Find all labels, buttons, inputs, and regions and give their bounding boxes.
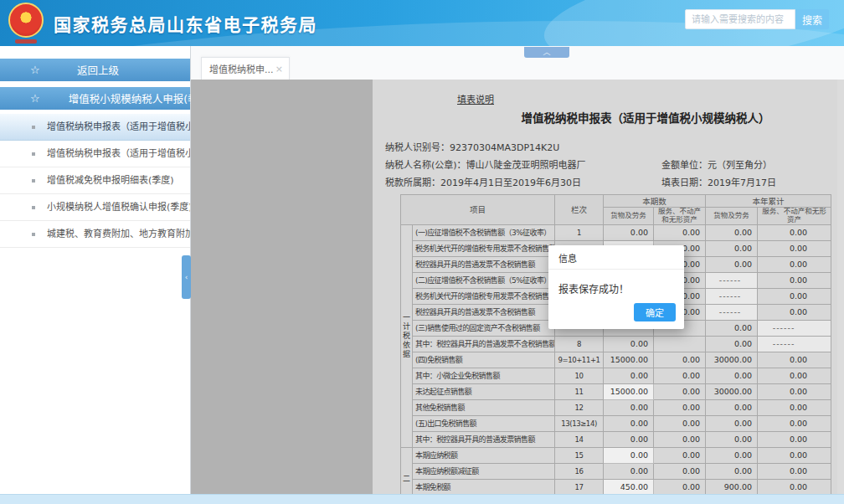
value-cell: 0.00 xyxy=(706,256,758,272)
section-label: 二 xyxy=(401,447,413,494)
bullet-icon xyxy=(32,233,35,236)
value-cell[interactable]: 450.00 xyxy=(604,479,654,494)
form-title: 增值税纳税申报表（适用于增值税小规模纳税人） xyxy=(385,109,831,126)
value-cell: 0.00 xyxy=(758,272,831,288)
item-label: (二)应征增值税不含税销售额（5%征收率） xyxy=(413,272,555,288)
content-canvas: 填表说明 增值税纳税申报表（适用于增值税小规模纳税人） 纳税人识别号：92370… xyxy=(191,80,844,494)
value-cell: 0.00 xyxy=(758,431,831,447)
sidebar-item[interactable]: 小规模纳税人增值税确认申报(季度) xyxy=(0,194,190,221)
item-label: 税务机关代开的增值税专用发票不含税销售额 xyxy=(413,240,555,256)
value-cell: 0.00 xyxy=(604,463,654,479)
value-cell: 0.00 xyxy=(758,368,831,383)
item-label: (一)应征增值税不含税销售额（3%征收率） xyxy=(413,224,555,240)
bullet-icon xyxy=(32,206,35,209)
taxpayer-name-label: 纳税人名称(公章)： xyxy=(385,160,466,171)
table-row: 其他免税销售额120.000.000.000.00 xyxy=(401,399,831,415)
column-number: 14 xyxy=(555,431,604,447)
value-cell: 0.00 xyxy=(758,288,831,304)
tax-period-label: 税款所属期： xyxy=(385,177,440,188)
value-cell: 0.00 xyxy=(758,256,831,272)
vertical-scrollbar[interactable] xyxy=(837,80,844,494)
tab-vat-declaration[interactable]: 增值税纳税申... × xyxy=(201,57,290,80)
value-cell[interactable]: 15000.00 xyxy=(604,383,654,399)
col-header-services: 服务、不动产和无形资产 xyxy=(654,208,706,225)
ok-button[interactable]: 确定 xyxy=(634,303,676,321)
value-cell: 0.00 xyxy=(604,399,654,415)
vat-declaration-table: 项目 栏次 本期数 本年累计 货物及劳务 服务、不动产和无形资产 货物及劳务 服… xyxy=(400,194,831,494)
item-label: 税控器具开具的普通发票不含税销售额 xyxy=(413,304,555,320)
sidebar-item[interactable]: 城建税、教育费附加、地方教育附加税(... xyxy=(0,221,190,248)
sidebar-menu: 增值税纳税申报表（适用于增值税小规模...增值税纳税申报表（适用于增值税小规模.… xyxy=(0,114,190,248)
sidebar-item-back[interactable]: ☆ 返回上级 xyxy=(0,59,190,81)
value-cell: 0.00 xyxy=(654,447,706,463)
item-label: (三)销售使用过的固定资产不含税销售额 xyxy=(413,320,555,336)
value-cell: 0.00 xyxy=(758,224,831,240)
col-header-current-period: 本期数 xyxy=(604,195,706,208)
taxpayer-id-value: 92370304MA3DP14K2U xyxy=(450,142,559,153)
value-cell: 0.00 xyxy=(706,224,758,240)
tax-bureau-emblem-logo xyxy=(8,3,44,38)
sidebar-item[interactable]: 增值税纳税申报表（适用于增值税小规模... xyxy=(0,114,190,141)
tab-bar: 增值税纳税申... × xyxy=(191,46,844,80)
table-row: (五)出口免税销售额13(13≥14)0.000.000.000.00 xyxy=(401,415,831,431)
fill-instructions-link[interactable]: 填表说明 xyxy=(457,92,494,105)
column-number: 8 xyxy=(555,336,604,352)
item-label: 本期应纳税额 xyxy=(413,447,555,463)
tax-period-row: 税款所属期：2019年4月1日至2019年6月30日 填表日期：2019年7月1… xyxy=(385,175,831,187)
sidebar: ☆ 返回上级 ☆ 增值税小规模纳税人申报(季度) 增值税纳税申报表（适用于增值税… xyxy=(0,46,191,494)
item-label: (五)出口免税销售额 xyxy=(413,415,555,431)
dialog-message: 报表保存成功！ xyxy=(548,270,684,296)
header-collapse-button[interactable]: ︿ xyxy=(524,47,569,58)
column-number: 13(13≥14) xyxy=(555,415,604,431)
value-cell: 900.00 xyxy=(706,479,758,494)
table-row: 其中：税控器具开具的普通发票销售额140.000.000.000.00 xyxy=(401,431,831,447)
column-number: 10 xyxy=(555,368,604,383)
value-cell: 0.00 xyxy=(706,463,758,479)
value-cell[interactable]: 0.00 xyxy=(604,447,654,463)
dialog-title: 信息 xyxy=(548,245,684,270)
sidebar-collapse-handle[interactable]: ‹ xyxy=(182,255,191,299)
sidebar-item-label: 增值税纳税申报表（适用于增值税小规模... xyxy=(47,148,190,159)
col-header-item: 项目 xyxy=(401,195,555,225)
value-cell: 0.00 xyxy=(604,336,654,352)
col-header-goods: 货物及劳务 xyxy=(604,208,654,225)
item-label: 税务机关代开的增值税专用发票不含税销售额 xyxy=(413,288,555,304)
value-cell: 0.00 xyxy=(654,431,706,447)
taxpayer-id-label: 纳税人识别号： xyxy=(385,142,450,153)
value-cell: 0.00 xyxy=(604,431,654,447)
value-cell: ------ xyxy=(758,336,831,352)
table-row: 其中：税控器具开具的普通发票不含税销售额80.000.00------ xyxy=(401,336,831,352)
value-cell: 0.00 xyxy=(758,399,831,415)
tab-close-icon[interactable]: × xyxy=(275,64,283,75)
col-header-goods: 货物及劳务 xyxy=(706,208,758,225)
taxpayer-id-row: 纳税人识别号：92370304MA3DP14K2U xyxy=(385,140,831,152)
sidebar-item[interactable]: 增值税减免税申报明细表(季度) xyxy=(0,167,190,194)
col-header-services: 服务、不动产和无形资产 xyxy=(758,208,831,225)
value-cell: 15000.00 xyxy=(604,352,654,368)
table-row: 本期应纳税额减征额160.000.000.000.00 xyxy=(401,463,831,479)
col-header-ytd: 本年累计 xyxy=(706,195,831,208)
sidebar-item-vat-smallscale-section[interactable]: ☆ 增值税小规模纳税人申报(季度) xyxy=(0,87,190,110)
value-cell: 0.00 xyxy=(654,368,706,383)
column-number: 16 xyxy=(555,463,604,479)
value-cell: 0.00 xyxy=(654,383,706,399)
search-button[interactable]: 搜索 xyxy=(795,9,829,29)
app-title: 国家税务总局山东省电子税务局 xyxy=(54,11,317,36)
value-cell: 0.00 xyxy=(604,415,654,431)
sidebar-item[interactable]: 增值税纳税申报表（适用于增值税小规模... xyxy=(0,141,190,167)
tax-period-value: 2019年4月1日至2019年6月30日 xyxy=(440,177,581,188)
table-row: 其中：小微企业免税销售额100.000.000.000.00 xyxy=(401,368,831,383)
taxpayer-name-value: 博山八陡金茂亚明照明电器厂 xyxy=(466,160,586,171)
value-cell: 0.00 xyxy=(706,399,758,415)
column-number: 1 xyxy=(555,224,604,240)
value-cell xyxy=(654,336,706,352)
item-label: 其中：税控器具开具的普通发票不含税销售额 xyxy=(413,336,555,352)
sidebar-back-label: 返回上级 xyxy=(77,62,119,78)
item-label: 税控器具开具的普通发票不含税销售额 xyxy=(413,256,555,272)
search-input[interactable] xyxy=(685,9,795,29)
value-cell: 0.00 xyxy=(758,352,831,368)
amount-unit-label: 金额单位： xyxy=(661,160,708,171)
value-cell: 0.00 xyxy=(654,224,706,240)
value-cell: 0.00 xyxy=(758,304,831,320)
value-cell: 0.00 xyxy=(758,463,831,479)
